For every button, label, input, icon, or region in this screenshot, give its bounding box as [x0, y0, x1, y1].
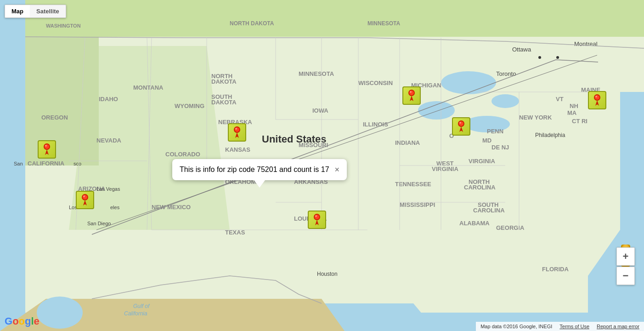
- svg-text:CAROLINA: CAROLINA: [464, 184, 496, 191]
- svg-point-125: [595, 95, 599, 100]
- svg-text:MD: MD: [482, 137, 491, 144]
- marker-sf[interactable]: [38, 140, 56, 159]
- marker-dallas[interactable]: [308, 211, 326, 229]
- svg-rect-2: [0, 0, 644, 37]
- report-error-link[interactable]: Report a map error: [597, 324, 639, 329]
- svg-text:San: San: [14, 161, 23, 166]
- svg-text:NEW YORK: NEW YORK: [519, 114, 552, 121]
- zoom-in-button[interactable]: +: [616, 247, 635, 266]
- zoom-out-button[interactable]: −: [616, 267, 635, 285]
- svg-text:Ottawa: Ottawa: [512, 46, 531, 53]
- map-type-controls: Map Satellite: [5, 5, 66, 18]
- marker-denver[interactable]: [228, 123, 246, 142]
- svg-point-81: [556, 56, 559, 59]
- marker-la[interactable]: [76, 191, 94, 209]
- info-window-close-button[interactable]: ×: [335, 166, 340, 174]
- terms-of-use-link[interactable]: Terms of Use: [559, 324, 589, 329]
- marker-ohio[interactable]: [452, 117, 470, 136]
- svg-text:MINNESOTA: MINNESOTA: [299, 70, 334, 77]
- svg-text:California: California: [124, 310, 147, 317]
- svg-marker-103: [45, 149, 49, 155]
- svg-point-118: [459, 122, 461, 124]
- svg-text:DAKOTA: DAKOTA: [211, 78, 237, 85]
- svg-text:WASHINGTON: WASHINGTON: [46, 23, 81, 29]
- marker-chicago[interactable]: [402, 86, 421, 105]
- svg-text:Philadelphia: Philadelphia: [535, 132, 565, 138]
- svg-text:Houston: Houston: [317, 271, 338, 277]
- svg-text:IDAHO: IDAHO: [99, 96, 118, 103]
- svg-text:VIRGINIA: VIRGINIA: [432, 166, 458, 172]
- marker-boston[interactable]: [588, 91, 606, 109]
- svg-marker-123: [315, 220, 319, 225]
- svg-point-102: [45, 145, 47, 147]
- svg-text:TENNESSEE: TENNESSEE: [395, 181, 431, 188]
- svg-point-121: [315, 215, 319, 219]
- svg-text:COLORADO: COLORADO: [165, 151, 200, 158]
- svg-text:eles: eles: [110, 205, 120, 210]
- svg-point-80: [538, 56, 541, 59]
- svg-text:OREGON: OREGON: [41, 114, 68, 121]
- svg-rect-14: [25, 37, 99, 166]
- svg-point-12: [37, 297, 83, 329]
- svg-text:Montreal: Montreal: [574, 40, 598, 47]
- svg-point-106: [83, 195, 85, 197]
- svg-point-109: [235, 127, 239, 132]
- info-window-text: This is info for zip code 75201 and coun…: [180, 166, 329, 174]
- svg-marker-115: [410, 96, 413, 101]
- svg-text:MINNESOTA: MINNESOTA: [367, 20, 400, 27]
- svg-point-105: [83, 195, 87, 200]
- svg-point-117: [459, 121, 463, 126]
- svg-text:NH: NH: [570, 103, 578, 109]
- map-container: OREGON CALIFORNIA NEVADA IDAHO MONTANA W…: [0, 0, 644, 331]
- info-window: This is info for zip code 75201 and coun…: [172, 159, 347, 180]
- svg-text:CALIFORNIA: CALIFORNIA: [28, 160, 65, 167]
- svg-point-110: [235, 128, 237, 130]
- svg-point-126: [595, 96, 597, 97]
- svg-text:United States: United States: [262, 133, 327, 145]
- svg-text:IOWA: IOWA: [312, 107, 328, 114]
- map-data-credit: Map data ©2016 Google, INEGI: [480, 324, 552, 329]
- svg-point-101: [45, 144, 49, 149]
- svg-text:DAKOTA: DAKOTA: [211, 99, 237, 106]
- svg-text:CAROLINA: CAROLINA: [473, 207, 505, 214]
- svg-marker-107: [83, 200, 87, 205]
- svg-point-113: [409, 91, 414, 95]
- svg-marker-119: [459, 126, 463, 132]
- svg-point-122: [315, 215, 317, 217]
- svg-text:PENN: PENN: [487, 128, 503, 135]
- svg-text:·Las Vegas: ·Las Vegas: [95, 186, 120, 192]
- svg-text:sco: sco: [73, 161, 81, 166]
- svg-text:Gulf of: Gulf of: [133, 303, 150, 309]
- svg-marker-127: [595, 100, 599, 106]
- svg-text:MA: MA: [567, 109, 577, 116]
- google-logo: Google: [5, 315, 40, 327]
- svg-point-114: [410, 91, 412, 93]
- svg-text:VIRGINIA: VIRGINIA: [469, 158, 495, 165]
- svg-text:NORTH DAKOTA: NORTH DAKOTA: [230, 20, 274, 27]
- svg-point-5: [491, 94, 519, 108]
- map-type-satellite-button[interactable]: Satellite: [30, 5, 66, 17]
- map-type-map-button[interactable]: Map: [5, 5, 30, 17]
- svg-text:KANSAS: KANSAS: [225, 146, 250, 153]
- svg-text:DE NJ: DE NJ: [491, 144, 509, 151]
- map-bottom-bar: Map data ©2016 Google, INEGI Terms of Us…: [476, 322, 644, 331]
- svg-text:FLORIDA: FLORIDA: [542, 266, 569, 273]
- zoom-controls: + −: [616, 247, 635, 285]
- svg-point-6: [418, 101, 455, 120]
- svg-marker-111: [235, 132, 239, 138]
- svg-text:CT RI: CT RI: [572, 118, 588, 125]
- svg-text:NEVADA: NEVADA: [96, 137, 122, 144]
- svg-text:WYOMING: WYOMING: [175, 103, 204, 109]
- svg-text:ALABAMA: ALABAMA: [459, 220, 490, 227]
- svg-text:WISCONSIN: WISCONSIN: [358, 80, 393, 86]
- svg-text:VT: VT: [556, 96, 564, 103]
- svg-text:INDIANA: INDIANA: [395, 139, 420, 146]
- svg-text:San Diego: San Diego: [87, 221, 111, 226]
- svg-text:GEORGIA: GEORGIA: [496, 224, 525, 231]
- svg-point-4: [441, 71, 496, 94]
